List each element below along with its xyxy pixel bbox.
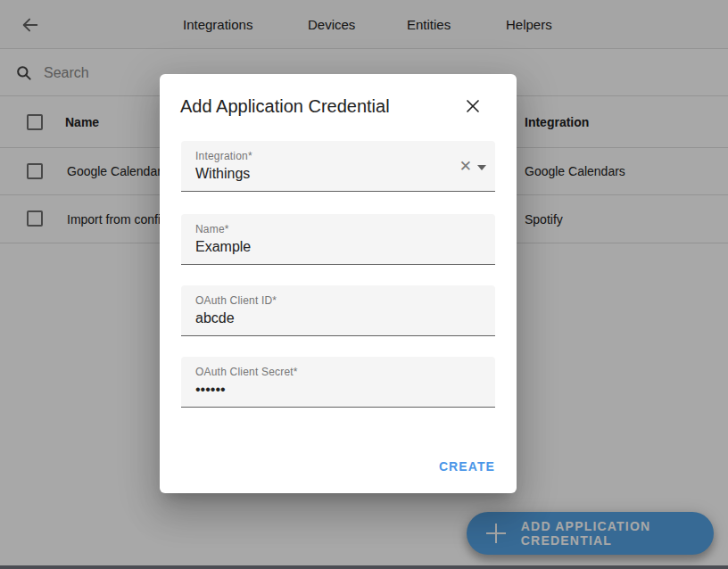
clear-icon[interactable]: ✕ — [459, 159, 472, 174]
field-label: OAuth Client ID* — [195, 294, 481, 307]
add-application-credential-dialog: Add Application Credential Integration* … — [160, 74, 517, 493]
chevron-down-icon[interactable] — [477, 165, 486, 170]
field-label: Integration* — [195, 150, 481, 162]
field-value: abcde — [195, 310, 481, 326]
field-value: Example — [195, 239, 481, 255]
create-button[interactable]: CREATE — [432, 451, 502, 482]
field-value: Withings — [195, 166, 481, 182]
close-icon[interactable] — [462, 95, 484, 117]
dialog-header: Add Application Credential — [180, 94, 496, 119]
oauth-client-id-field[interactable]: OAuth Client ID* abcde — [181, 285, 495, 336]
oauth-client-secret-field[interactable]: OAuth Client Secret* •••••• — [181, 357, 495, 408]
field-icons: ✕ — [459, 141, 486, 192]
field-label: OAuth Client Secret* — [195, 366, 481, 378]
name-field[interactable]: Name* Example — [181, 214, 495, 265]
field-label: Name* — [195, 223, 481, 235]
integration-field[interactable]: Integration* Withings ✕ — [181, 141, 495, 192]
dialog-title: Add Application Credential — [180, 96, 390, 117]
dialog-actions: CREATE — [432, 451, 502, 482]
field-value: •••••• — [195, 382, 481, 398]
